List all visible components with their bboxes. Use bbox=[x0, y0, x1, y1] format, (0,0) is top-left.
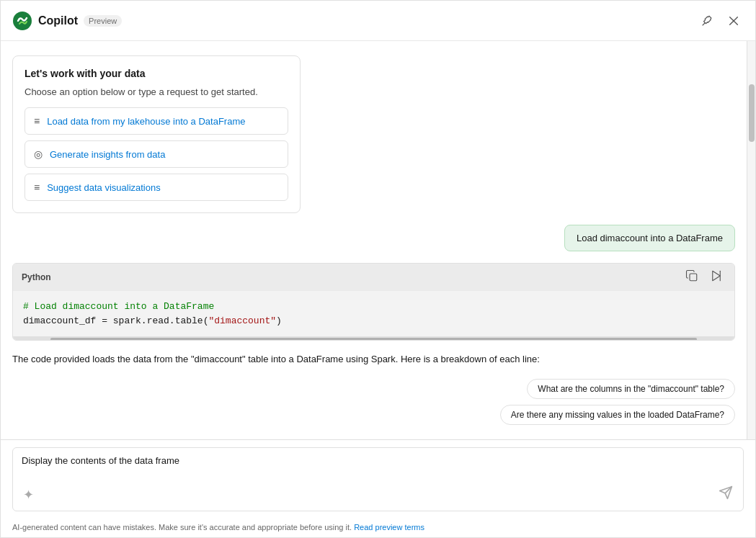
suggestion-item-suggest-visualizations[interactable]: ≡ Suggest data visualizations bbox=[25, 174, 288, 201]
suggestion-card: Let's work with your data Choose an opti… bbox=[12, 55, 301, 213]
code-block-header: Python bbox=[13, 264, 734, 291]
app-name: Copilot bbox=[38, 14, 78, 27]
code-comment: # Load dimaccount into a DataFrame bbox=[23, 300, 724, 314]
chip-columns[interactable]: What are the columns in the "dimaccount"… bbox=[527, 379, 735, 399]
svg-point-0 bbox=[13, 12, 32, 30]
copilot-logo-icon bbox=[12, 11, 32, 31]
sparkle-icon: ✦ bbox=[23, 487, 34, 503]
scroll-thumb[interactable] bbox=[749, 84, 755, 142]
chip-missing[interactable]: Are there any missing values in the load… bbox=[500, 405, 735, 425]
preview-badge: Preview bbox=[84, 15, 122, 27]
send-button[interactable] bbox=[719, 485, 733, 503]
run-icon bbox=[710, 269, 723, 282]
suggestion-item-label: Load data from my lakehouse into a DataF… bbox=[47, 116, 245, 127]
close-icon bbox=[728, 15, 739, 27]
code-language-label: Python bbox=[22, 272, 51, 282]
send-icon bbox=[719, 485, 733, 500]
input-area: ✦ bbox=[1, 439, 755, 519]
footer: AI-generated content can have mistakes. … bbox=[1, 519, 755, 537]
code-scrollbar[interactable] bbox=[13, 336, 734, 341]
preview-terms-link[interactable]: Read preview terms bbox=[354, 523, 424, 532]
pin-icon bbox=[701, 14, 713, 27]
chat-area: Let's work with your data Choose an opti… bbox=[1, 41, 747, 439]
pin-button[interactable] bbox=[696, 10, 718, 32]
suggestion-item-generate-insights[interactable]: ◎ Generate insights from data bbox=[25, 140, 288, 168]
footer-text: AI-generated content can have mistakes. … bbox=[12, 523, 352, 532]
copy-icon bbox=[685, 269, 698, 282]
header-left: Copilot Preview bbox=[12, 11, 122, 31]
input-footer: ✦ bbox=[22, 485, 734, 503]
svg-line-1 bbox=[703, 23, 705, 25]
svg-rect-4 bbox=[690, 274, 697, 281]
suggestion-card-title: Let's work with your data bbox=[25, 68, 288, 79]
run-code-button[interactable] bbox=[707, 268, 726, 287]
suggestion-chips: What are the columns in the "dimaccount"… bbox=[12, 379, 735, 425]
content-area: Let's work with your data Choose an opti… bbox=[1, 41, 755, 439]
input-box[interactable]: ✦ bbox=[12, 447, 744, 511]
scroll-track[interactable] bbox=[747, 41, 755, 439]
header-right bbox=[696, 10, 744, 32]
generate-insights-icon: ◎ bbox=[34, 148, 43, 160]
suggest-viz-icon: ≡ bbox=[34, 181, 40, 193]
suggestion-item-label: Generate insights from data bbox=[50, 149, 165, 160]
user-message: Load dimaccount into a DataFrame bbox=[564, 225, 735, 251]
copy-code-button[interactable] bbox=[682, 268, 701, 287]
assistant-text: The code provided loads the data from th… bbox=[12, 352, 675, 367]
code-line: dimaccount_df = spark.read.table("dimacc… bbox=[23, 314, 724, 328]
code-body: # Load dimaccount into a DataFrame dimac… bbox=[13, 291, 734, 336]
close-button[interactable] bbox=[724, 11, 744, 31]
chat-input[interactable] bbox=[22, 455, 734, 477]
suggestion-item-load-lakehouse[interactable]: ≡ Load data from my lakehouse into a Dat… bbox=[25, 107, 288, 135]
code-actions bbox=[682, 268, 726, 287]
suggestion-item-label: Suggest data visualizations bbox=[47, 182, 161, 193]
load-lakehouse-icon: ≡ bbox=[34, 115, 40, 127]
code-scrollbar-thumb bbox=[50, 338, 697, 341]
code-block: Python bbox=[12, 263, 735, 341]
suggestion-card-subtitle: Choose an option below or type a request… bbox=[25, 86, 288, 97]
header: Copilot Preview bbox=[1, 1, 755, 41]
